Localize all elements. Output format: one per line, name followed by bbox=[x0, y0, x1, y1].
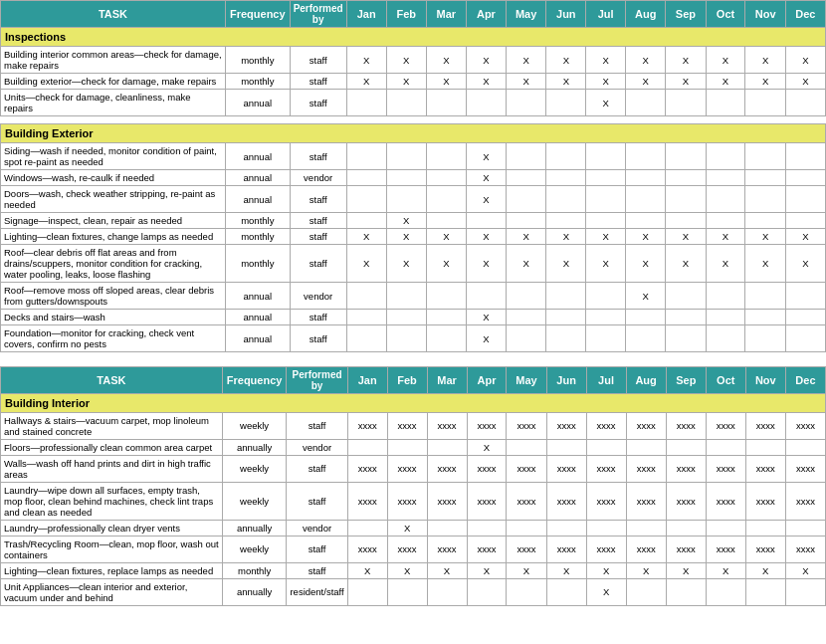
month-cell bbox=[745, 439, 785, 455]
month-cell bbox=[346, 283, 386, 310]
month-cell bbox=[785, 520, 825, 536]
frequency-cell: annual bbox=[225, 283, 290, 310]
table-row: Trash/Recycling Room—clean, mop floor, w… bbox=[1, 536, 826, 562]
table-row: Decks and stairs—washannualstaffX bbox=[1, 310, 826, 325]
frequency-cell: annual bbox=[225, 310, 290, 325]
month-cell bbox=[785, 143, 825, 170]
month-cell: X bbox=[706, 74, 745, 90]
dec-header-2: Dec bbox=[785, 366, 825, 393]
performed-by-cell: vendor bbox=[290, 283, 346, 310]
task-cell: Signage—inspect, clean, repair as needed bbox=[1, 213, 226, 229]
month-cell bbox=[626, 186, 666, 213]
table-row: Hallways & stairs—vacuum carpet, mop lin… bbox=[1, 412, 826, 439]
table-row: Lighting—clean fixtures, change lamps as… bbox=[1, 229, 826, 245]
month-cell: X bbox=[706, 562, 745, 578]
oct-header-2: Oct bbox=[706, 366, 745, 393]
month-cell: xxxx bbox=[427, 455, 467, 482]
month-cell: X bbox=[785, 245, 825, 283]
month-cell bbox=[706, 213, 745, 229]
frequency-cell: annual bbox=[225, 90, 290, 116]
month-cell bbox=[467, 520, 507, 536]
frequency-cell: weekly bbox=[222, 455, 287, 482]
month-cell bbox=[785, 310, 825, 325]
month-cell: xxxx bbox=[546, 412, 586, 439]
task-cell: Units—check for damage, cleanliness, mak… bbox=[1, 90, 226, 116]
mar-header: Mar bbox=[426, 1, 466, 28]
performed-by-cell: staff bbox=[287, 482, 347, 520]
performed-by-cell: staff bbox=[287, 455, 347, 482]
month-cell: X bbox=[346, 245, 386, 283]
month-cell bbox=[427, 578, 467, 605]
month-cell: xxxx bbox=[507, 455, 546, 482]
month-cell bbox=[506, 283, 545, 310]
month-cell bbox=[386, 186, 426, 213]
task-cell: Decks and stairs—wash bbox=[1, 310, 226, 325]
month-cell: xxxx bbox=[785, 482, 825, 520]
performed-by-cell: vendor bbox=[287, 439, 347, 455]
month-cell: xxxx bbox=[387, 412, 427, 439]
month-cell: xxxx bbox=[745, 455, 785, 482]
performed-by-header-2: Performed by bbox=[287, 366, 347, 393]
frequency-cell: monthly bbox=[225, 229, 290, 245]
month-cell: xxxx bbox=[785, 536, 825, 562]
frequency-cell: annual bbox=[225, 170, 290, 186]
month-cell bbox=[626, 578, 666, 605]
performed-by-cell: staff bbox=[290, 47, 346, 74]
month-cell bbox=[507, 578, 546, 605]
month-cell: X bbox=[466, 310, 506, 325]
month-cell bbox=[785, 325, 825, 352]
month-cell bbox=[626, 143, 666, 170]
month-cell: xxxx bbox=[507, 482, 546, 520]
month-cell: xxxx bbox=[785, 412, 825, 439]
month-cell: xxxx bbox=[427, 412, 467, 439]
task-cell: Doors—wash, check weather stripping, re-… bbox=[1, 186, 226, 213]
month-cell: X bbox=[626, 47, 666, 74]
task-cell: Lighting—clean fixtures, replace lamps a… bbox=[1, 562, 223, 578]
month-cell bbox=[586, 143, 626, 170]
month-cell: xxxx bbox=[706, 482, 745, 520]
month-cell: X bbox=[586, 47, 626, 74]
month-cell bbox=[426, 283, 466, 310]
month-cell bbox=[745, 520, 785, 536]
table-row: Unit Appliances—clean interior and exter… bbox=[1, 578, 826, 605]
frequency-cell: monthly bbox=[225, 245, 290, 283]
month-cell bbox=[467, 578, 507, 605]
table-row: Laundry—wipe down all surfaces, empty tr… bbox=[1, 482, 826, 520]
performed-by-cell: staff bbox=[287, 412, 347, 439]
performed-by-cell: staff bbox=[290, 74, 346, 90]
month-cell: xxxx bbox=[387, 536, 427, 562]
table-row: Building exterior—check for damage, make… bbox=[1, 74, 826, 90]
month-cell bbox=[546, 186, 586, 213]
month-cell bbox=[745, 283, 785, 310]
month-cell: xxxx bbox=[347, 482, 387, 520]
month-cell: X bbox=[626, 74, 666, 90]
task-cell: Hallways & stairs—vacuum carpet, mop lin… bbox=[1, 412, 223, 439]
frequency-cell: monthly bbox=[222, 562, 287, 578]
month-cell bbox=[346, 213, 386, 229]
maintenance-schedule-table-2: TASK Frequency Performed by Jan Feb Mar … bbox=[0, 366, 826, 614]
month-cell: xxxx bbox=[626, 455, 666, 482]
month-cell bbox=[346, 143, 386, 170]
table-row: Laundry—professionally clean dryer vents… bbox=[1, 520, 826, 536]
month-cell bbox=[546, 520, 586, 536]
month-cell bbox=[586, 213, 626, 229]
month-cell bbox=[706, 325, 745, 352]
month-cell bbox=[546, 283, 586, 310]
month-cell: X bbox=[466, 186, 506, 213]
month-cell: xxxx bbox=[706, 412, 745, 439]
month-cell bbox=[745, 310, 785, 325]
month-cell bbox=[785, 186, 825, 213]
performed-by-cell: staff bbox=[290, 310, 346, 325]
month-cell bbox=[666, 283, 706, 310]
performed-by-cell: staff bbox=[287, 536, 347, 562]
performed-by-cell: staff bbox=[290, 245, 346, 283]
month-cell: X bbox=[466, 245, 506, 283]
month-cell bbox=[546, 213, 586, 229]
month-cell bbox=[506, 325, 545, 352]
month-cell: X bbox=[506, 229, 545, 245]
month-cell bbox=[546, 90, 586, 116]
month-cell: X bbox=[546, 245, 586, 283]
month-cell bbox=[586, 439, 626, 455]
month-cell: xxxx bbox=[785, 455, 825, 482]
month-cell: X bbox=[666, 47, 706, 74]
